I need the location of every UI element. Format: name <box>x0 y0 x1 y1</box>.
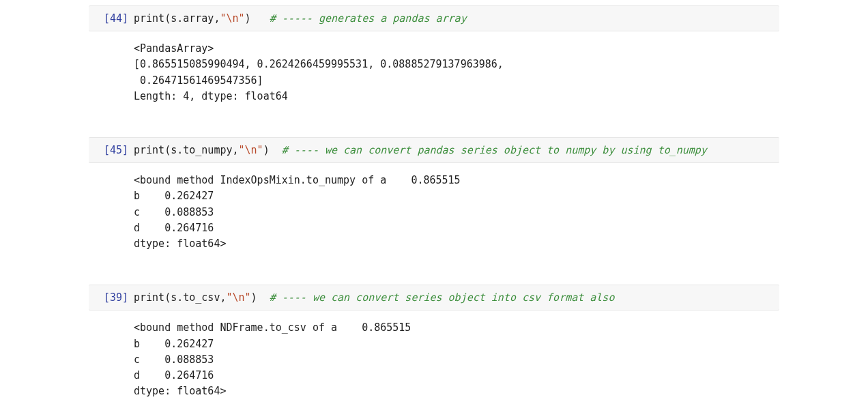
output-row: <PandasArray> [0.865515085990494, 0.2624… <box>89 31 779 104</box>
execution-prompt: [39] <box>89 289 134 306</box>
output-text: <bound method NDFrame.to_csv of a 0.8655… <box>134 320 779 399</box>
code-token-arg: s.array, <box>171 12 220 25</box>
code-token-arg: s.to_numpy, <box>171 144 238 156</box>
input-row[interactable]: [44] print(s.array,"\n") # ----- generat… <box>89 5 779 31</box>
code-token-fn: print <box>134 291 164 304</box>
output-row: <bound method NDFrame.to_csv of a 0.8655… <box>89 310 779 399</box>
code-token-punc: ( <box>164 12 171 25</box>
code-area[interactable]: print(s.to_csv,"\n") # ---- we can conve… <box>134 289 779 306</box>
code-token-string: "\n" <box>220 12 244 25</box>
code-token-arg: s.to_csv, <box>171 291 226 304</box>
code-token-fn: print <box>134 144 164 156</box>
notebook-cell: [39] print(s.to_csv,"\n") # ---- we can … <box>0 285 868 399</box>
notebook-cell: [44] print(s.array,"\n") # ----- generat… <box>0 5 868 104</box>
output-text: <bound method IndexOpsMixin.to_numpy of … <box>134 173 779 252</box>
code-token-string: "\n" <box>239 144 263 156</box>
code-token-punc: ) <box>263 144 270 156</box>
code-token-string: "\n" <box>226 291 250 304</box>
code-token-pad <box>270 144 282 156</box>
output-row: <bound method IndexOpsMixin.to_numpy of … <box>89 163 779 252</box>
notebook-cell: [45] print(s.to_numpy,"\n") # ---- we ca… <box>0 137 868 252</box>
execution-prompt: [45] <box>89 142 134 158</box>
code-area[interactable]: print(s.to_numpy,"\n") # ---- we can con… <box>134 142 779 158</box>
code-area[interactable]: print(s.array,"\n") # ----- generates a … <box>134 10 779 27</box>
code-token-fn: print <box>134 12 164 25</box>
code-token-punc: ( <box>164 291 171 304</box>
code-token-pad <box>251 12 270 25</box>
output-text: <PandasArray> [0.865515085990494, 0.2624… <box>134 41 779 104</box>
code-token-punc: ) <box>245 12 251 25</box>
code-token-comment: # ----- generates a pandas array <box>270 12 467 25</box>
code-token-comment: # ---- we can convert pandas series obje… <box>282 144 707 156</box>
code-token-punc: ) <box>251 291 257 304</box>
input-row[interactable]: [39] print(s.to_csv,"\n") # ---- we can … <box>89 285 779 310</box>
notebook: [44] print(s.array,"\n") # ----- generat… <box>0 0 868 416</box>
execution-prompt: [44] <box>89 10 134 27</box>
code-token-pad <box>257 291 270 304</box>
input-row[interactable]: [45] print(s.to_numpy,"\n") # ---- we ca… <box>89 137 779 163</box>
code-token-punc: ( <box>164 144 171 156</box>
code-token-comment: # ---- we can convert series object into… <box>270 291 615 304</box>
